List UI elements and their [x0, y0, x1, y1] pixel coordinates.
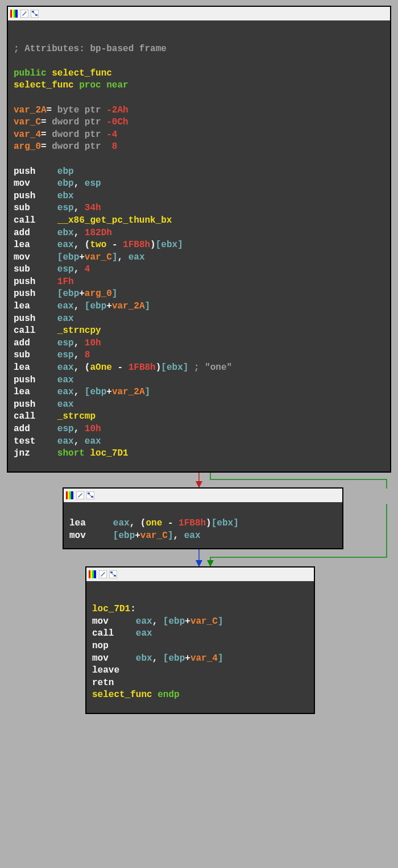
keyword-endp: endp: [157, 690, 179, 700]
mnemonic: test: [14, 436, 35, 446]
call-target[interactable]: _strncpy: [57, 326, 101, 336]
node-titlebar: [86, 567, 314, 581]
color-bars-icon: [10, 10, 18, 18]
var-ref[interactable]: var_2A: [112, 301, 145, 311]
node-titlebar: [8, 7, 390, 20]
mnemonic: mov: [14, 252, 30, 262]
register: eax: [136, 628, 152, 639]
mnemonic: mov: [69, 531, 86, 541]
mnemonic: lea: [14, 362, 30, 373]
mnemonic: mov: [14, 178, 30, 189]
immediate: 4: [85, 264, 90, 274]
mnemonic: jnz: [14, 448, 30, 458]
graph-icon: [109, 570, 117, 578]
mnemonic: sub: [14, 203, 30, 213]
color-bars-icon: [66, 491, 74, 499]
svg-rect-16: [89, 570, 90, 578]
svg-rect-17: [90, 570, 92, 578]
mnemonic: call: [92, 628, 114, 639]
graph-icon: [31, 10, 39, 18]
register: eax: [113, 518, 130, 528]
disasm-node-3[interactable]: loc_7D1: mov eax, [ebp+var_C] call eax n…: [85, 566, 315, 714]
register: ebp: [63, 252, 79, 262]
register: eax: [57, 301, 74, 311]
register: eax: [57, 362, 74, 373]
call-target[interactable]: __x86_get_pc_thunk_bx: [57, 215, 172, 226]
mnemonic: add: [14, 228, 30, 238]
edit-icon: [76, 491, 84, 499]
register: ebp: [90, 301, 106, 311]
mnemonic: lea: [14, 387, 30, 397]
symbol[interactable]: aOne: [90, 362, 111, 373]
edit-icon: [99, 570, 107, 578]
disasm-code-block[interactable]: loc_7D1: mov eax, [ebp+var_C] call eax n…: [86, 581, 314, 713]
call-target[interactable]: _strcmp: [57, 411, 96, 422]
svg-rect-0: [10, 10, 12, 18]
var-ref[interactable]: var_C: [190, 616, 218, 627]
svg-rect-11: [71, 491, 73, 499]
graph-icon: [86, 491, 94, 499]
mnemonic: sub: [14, 264, 30, 274]
flow-edge-red: [6, 473, 398, 489]
register: eax: [57, 399, 74, 410]
comment-text: ; "one": [188, 362, 232, 373]
register: eax: [128, 252, 145, 262]
jump-target[interactable]: loc_7D1: [90, 448, 128, 458]
var-name[interactable]: var_C: [14, 117, 41, 127]
func-name[interactable]: select_func: [92, 690, 152, 700]
mnemonic: call: [14, 326, 35, 336]
var-name[interactable]: arg_0: [14, 141, 41, 152]
mnemonic: add: [14, 338, 30, 348]
comment-text: ; Attributes: bp-based frame: [14, 44, 167, 54]
var-ref[interactable]: var_C: [85, 252, 112, 262]
disasm-node-1[interactable]: ; Attributes: bp-based frame public sele…: [7, 6, 391, 473]
register: ebp: [63, 289, 79, 299]
register: eax: [57, 436, 74, 446]
func-name[interactable]: select_func: [52, 68, 112, 78]
disasm-code-block[interactable]: lea eax, (one - 1FB8h)[ebx] mov [ebp+var…: [64, 502, 342, 548]
register: eax: [57, 314, 74, 324]
svg-rect-2: [14, 10, 15, 18]
immediate: 10h: [85, 424, 101, 434]
register: ebp: [57, 166, 74, 177]
func-name[interactable]: select_func: [14, 80, 74, 90]
register: ebx: [217, 518, 233, 528]
keyword-near: near: [106, 80, 128, 90]
register: esp: [57, 424, 74, 434]
svg-rect-1: [12, 10, 14, 18]
var-ref[interactable]: arg_0: [85, 289, 112, 299]
immediate: 182Dh: [85, 228, 112, 238]
keyword-short: short: [57, 448, 85, 458]
disasm-node-2[interactable]: lea eax, (one - 1FB8h)[ebx] mov [ebp+var…: [63, 487, 343, 549]
svg-rect-14: [88, 493, 90, 494]
mnemonic: push: [14, 289, 35, 299]
var-ref[interactable]: var_2A: [112, 387, 145, 397]
loc-label[interactable]: loc_7D1: [92, 604, 130, 614]
register: esp: [57, 338, 74, 348]
svg-rect-6: [32, 11, 34, 12]
symbol[interactable]: one: [146, 518, 162, 528]
mnemonic: lea: [14, 240, 30, 250]
register: ebp: [168, 616, 185, 627]
svg-rect-8: [66, 491, 68, 499]
mnemonic: call: [14, 215, 35, 226]
symbol[interactable]: two: [90, 240, 106, 250]
mnemonic: push: [14, 399, 35, 410]
register: esp: [57, 350, 74, 360]
flow-edge-blue-green: [6, 549, 398, 567]
register: ebp: [118, 531, 135, 541]
var-name[interactable]: var_4: [14, 130, 41, 140]
var-ref[interactable]: var_C: [140, 531, 168, 541]
var-ref[interactable]: var_4: [190, 653, 218, 663]
mnemonic: add: [14, 424, 30, 434]
svg-rect-22: [110, 571, 113, 573]
mnemonic: push: [14, 166, 35, 177]
register: ebp: [168, 653, 185, 663]
disasm-code-block[interactable]: ; Attributes: bp-based frame public sele…: [8, 20, 390, 471]
register: eax: [85, 436, 101, 446]
register: eax: [136, 616, 152, 627]
var-name[interactable]: var_2A: [14, 105, 47, 115]
register: ebx: [57, 191, 74, 201]
register: ebx: [167, 362, 183, 373]
mnemonic: sub: [14, 350, 30, 360]
